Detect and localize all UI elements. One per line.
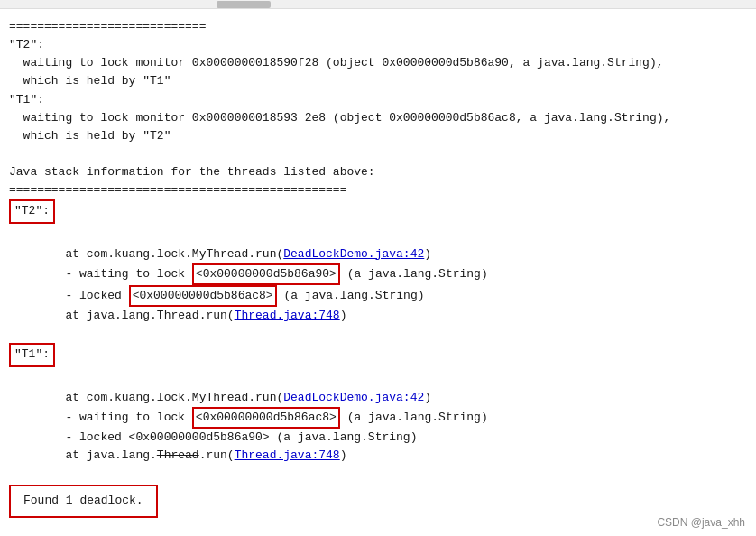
code-area: ============================ "T2": waiti… [0,9,756,536]
t2-waiting-line: waiting to lock monitor 0x0000000018590f… [9,54,738,72]
t1-waiting-lock-line: - waiting to lock <0x00000000d5b86ac8> (… [9,407,738,429]
t2-held-line: which is held by "T1" [9,72,738,90]
t2-header: "T2": [9,36,738,54]
watermark: CSDN @java_xhh [657,516,745,529]
separator-line-1: ============================ [9,18,738,36]
java-stack-info: Java stack information for the threads l… [9,163,738,181]
blank-4 [9,371,738,389]
separator-line-2: ========================================… [9,181,738,199]
t2-at-line: at com.kuang.lock.MyThread.run(DeadLockD… [9,245,738,263]
blank-3 [9,325,738,343]
t1-thread-run-line: at java.lang.Thread.run(Thread.java:748) [9,447,738,465]
t2-locked-address-highlight: <0x00000000d5b86ac8> [129,285,277,307]
thread-link-t2[interactable]: Thread.java:748 [235,309,340,322]
t2-waiting-lock-line: - waiting to lock <0x00000000d5b86a90> (… [9,263,738,285]
blank-2 [9,227,738,245]
t1-at-line: at com.kuang.lock.MyThread.run(DeadLockD… [9,389,738,407]
t2-locked-line: - locked <0x00000000d5b86ac8> (a java.la… [9,285,738,307]
blank-5 [9,465,738,483]
t1-section: "T1": [9,343,738,368]
found-deadlock-container: Found 1 deadlock. [9,483,738,517]
t1-held-line: which is held by "T2" [9,127,738,145]
thread-link-t1[interactable]: Thread.java:748 [235,448,340,462]
t1-header-top: "T1": [9,91,738,109]
t2-section: "T2": [9,199,738,225]
deadlockdemo-link-t2[interactable]: DeadLockDemo.java:42 [283,247,424,261]
t1-lock-address-highlight: <0x00000000d5b86ac8> [192,407,340,429]
scrollbar-top[interactable] [0,0,756,9]
screenshot-container: ============================ "T2": waiti… [0,0,756,536]
found-deadlock-box: Found 1 deadlock. [9,485,158,517]
deadlockdemo-link-t1[interactable]: DeadLockDemo.java:42 [283,391,424,404]
scrollbar-indicator [217,1,271,8]
t2-lock-address-highlight: <0x00000000d5b86a90> [192,263,340,285]
t1-waiting-line: waiting to lock monitor 0x0000000018593 … [9,109,738,127]
t2-thread-run-line: at java.lang.Thread.run(Thread.java:748) [9,307,738,325]
strikethrough-text: Thread [157,448,199,462]
t1-section-label: "T1": [9,343,55,366]
t2-section-label: "T2": [9,199,55,223]
blank-1 [9,145,738,163]
t1-locked-line: - locked <0x00000000d5b86a90> (a java.la… [9,429,738,447]
